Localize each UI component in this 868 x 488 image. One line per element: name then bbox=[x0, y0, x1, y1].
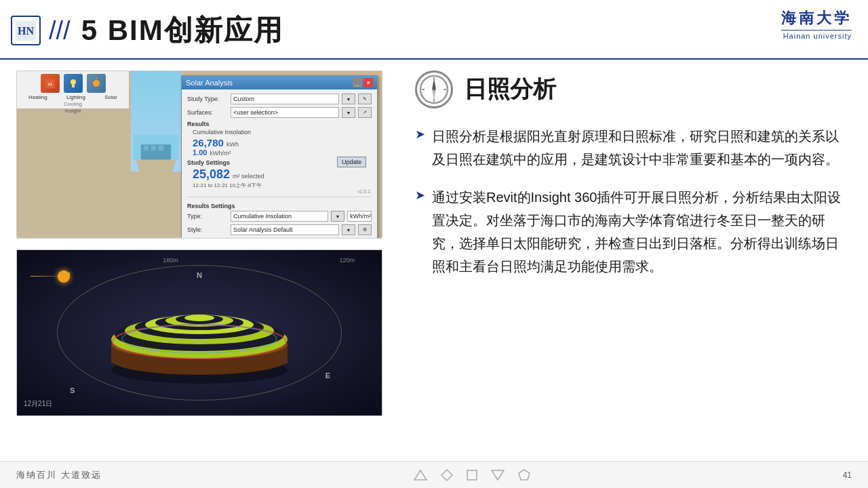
bullet-arrow-2: ➤ bbox=[415, 188, 425, 203]
3d-model-screenshot: N S E W bbox=[16, 249, 382, 416]
style-dropdown-btn[interactable]: ▼ bbox=[342, 224, 355, 235]
section-header: 日照分析 bbox=[415, 70, 852, 108]
solar-analysis-screenshot: H Heating Lighting Solar bbox=[16, 70, 382, 239]
revit-background: H Heating Lighting Solar bbox=[17, 71, 382, 238]
slash-decoration: /// bbox=[49, 18, 71, 43]
results-section: Results bbox=[187, 121, 372, 127]
compass-north: N bbox=[197, 271, 202, 279]
svg-text:HN: HN bbox=[18, 25, 34, 37]
svg-rect-5 bbox=[72, 85, 75, 87]
svg-marker-32 bbox=[432, 89, 436, 100]
type-label: Type: bbox=[187, 213, 228, 220]
area-unit: m² selected bbox=[233, 173, 264, 180]
toolbar-labels: Heating Lighting Solar bbox=[20, 94, 126, 100]
dialog-titlebar: Solar Analysis _ ✕ bbox=[182, 76, 377, 89]
right-column: 日照分析 ➤ 日照分析是根据阳光直射原理和日照标准，研究日照和建筑的关系以及日照… bbox=[404, 70, 852, 450]
lighting-label: Lighting bbox=[66, 94, 85, 100]
cooling-label: Cooling bbox=[64, 101, 82, 107]
cumulative-label: Cumulative Insolation bbox=[193, 129, 338, 136]
svg-marker-38 bbox=[414, 470, 427, 480]
triangle-up-icon bbox=[414, 469, 427, 481]
left-column: H Heating Lighting Solar bbox=[16, 70, 382, 450]
revit-toolbar: H Heating Lighting Solar bbox=[17, 71, 129, 108]
stadium-3d-model bbox=[104, 289, 294, 377]
surfaces-row: Surfaces: <user selection> ▼ ↗ bbox=[187, 107, 372, 118]
svg-rect-13 bbox=[159, 146, 163, 150]
building-preview bbox=[131, 71, 181, 238]
logo-area: HN /// 5 BIM创新应用 bbox=[11, 12, 283, 49]
university-logo-box: HN bbox=[11, 16, 41, 45]
svg-text:H: H bbox=[48, 81, 52, 87]
type-row: Type: Cumulative Insolation ▼ kWh/m² bbox=[187, 211, 372, 222]
bullet-arrow-1: ➤ bbox=[415, 127, 425, 142]
export-dropdown-btn[interactable]: ▼ bbox=[342, 238, 355, 239]
style-edit-btn[interactable]: ⚙ bbox=[358, 224, 372, 235]
svg-rect-40 bbox=[467, 470, 477, 480]
date-range: 12-21 to 12-21 10上午-8下午 bbox=[193, 182, 372, 189]
kwh-m2-unit: kWh/m² bbox=[210, 150, 231, 157]
surfaces-browse-btn[interactable]: ▼ bbox=[342, 107, 355, 118]
heating-icon: H bbox=[41, 74, 60, 93]
heating-label: Heating bbox=[28, 94, 47, 100]
sun-ray-line bbox=[31, 276, 71, 277]
bullet-block-2: ➤ 通过安装Revit的Insight 360插件可开展日照分析，分析结果由太阳… bbox=[415, 186, 852, 278]
update-btn[interactable]: Update bbox=[337, 157, 366, 167]
bullet-text-2: 通过安装Revit的Insight 360插件可开展日照分析，分析结果由太阳设置… bbox=[432, 186, 852, 278]
3d-model-view: N S E W bbox=[17, 250, 382, 415]
surfaces-select-btn[interactable]: ↗ bbox=[358, 107, 372, 118]
svg-rect-11 bbox=[144, 146, 149, 150]
export-input[interactable]: Insolation csv bbox=[231, 238, 339, 239]
solar-label: Solar bbox=[104, 94, 117, 100]
study-type-edit-btn[interactable]: ✎ bbox=[358, 94, 372, 104]
surfaces-label: Surfaces: bbox=[187, 109, 228, 116]
sun-indicator bbox=[58, 270, 70, 283]
dialog-minimize-btn[interactable]: _ bbox=[353, 78, 362, 87]
study-type-input[interactable]: Custom bbox=[231, 94, 339, 104]
svg-marker-9 bbox=[136, 159, 176, 174]
footer-motto: 海纳百川 大道致远 bbox=[16, 469, 102, 481]
study-type-row: Study Type: Custom ▼ ✎ bbox=[187, 94, 372, 104]
header: HN /// 5 BIM创新应用 海南大学 Hainan university bbox=[0, 0, 868, 60]
page-title: 5 BIM创新应用 bbox=[81, 12, 283, 49]
svg-point-6 bbox=[93, 80, 100, 87]
style-input[interactable]: Solar Analysis Default bbox=[231, 224, 339, 235]
diamond-icon bbox=[441, 469, 453, 481]
type-input[interactable]: Cumulative Insolation bbox=[231, 211, 328, 222]
study-type-browse-btn[interactable]: ▼ bbox=[342, 94, 355, 104]
study-type-label: Study Type: bbox=[187, 96, 228, 102]
lighting-icon bbox=[64, 74, 83, 93]
uni-name-english: Hainan university bbox=[781, 30, 852, 40]
insolation-value: 26,780 bbox=[193, 137, 224, 148]
style-row: Style: Solar Analysis Default ▼ ⚙ bbox=[187, 224, 372, 235]
content-area: H Heating Lighting Solar bbox=[0, 60, 868, 461]
uni-name-chinese: 海南大学 bbox=[781, 8, 852, 28]
version-label: v1.0.2. bbox=[187, 189, 372, 194]
export-row: Export: Insolation csv ▼ 💾 bbox=[187, 238, 372, 239]
dialog-body: Study Type: Custom ▼ ✎ Surfaces: <user s… bbox=[182, 89, 377, 239]
svg-point-26 bbox=[184, 314, 214, 321]
page-number: 41 bbox=[843, 470, 852, 480]
dialog-close-btn[interactable]: ✕ bbox=[363, 78, 373, 87]
surfaces-input[interactable]: <user selection> bbox=[231, 107, 339, 118]
triangle-down-icon bbox=[491, 469, 505, 481]
compass-decoration-icon bbox=[415, 70, 453, 108]
svg-marker-42 bbox=[519, 470, 530, 480]
svg-marker-41 bbox=[492, 470, 504, 480]
date-label: 12月21日 bbox=[24, 399, 52, 409]
type-unit-input[interactable]: kWh/m² bbox=[347, 211, 372, 222]
area-value: 25,082 bbox=[193, 167, 230, 182]
toolbar-icons: H bbox=[41, 74, 106, 93]
bullet-text-1: 日照分析是根据阳光直射原理和日照标准，研究日照和建筑的关系以及日照在建筑中的应用… bbox=[432, 125, 852, 171]
svg-rect-12 bbox=[151, 146, 156, 150]
results-settings-section: Results Settings bbox=[187, 203, 372, 209]
kwh-unit: kWh bbox=[226, 141, 239, 148]
insight-label: Insight bbox=[65, 108, 81, 114]
solar-analysis-dialog: Solar Analysis _ ✕ Study Type: Custom ▼ … bbox=[181, 75, 378, 239]
square-icon bbox=[467, 470, 477, 481]
svg-point-4 bbox=[71, 79, 76, 85]
bullet-item-1: ➤ 日照分析是根据阳光直射原理和日照标准，研究日照和建筑的关系以及日照在建筑中的… bbox=[415, 125, 852, 171]
pentagon-icon bbox=[518, 469, 530, 481]
type-dropdown-btn[interactable]: ▼ bbox=[331, 211, 344, 222]
distance-marker-far: 180m bbox=[163, 257, 178, 264]
export-save-btn[interactable]: 💾 bbox=[358, 238, 372, 239]
